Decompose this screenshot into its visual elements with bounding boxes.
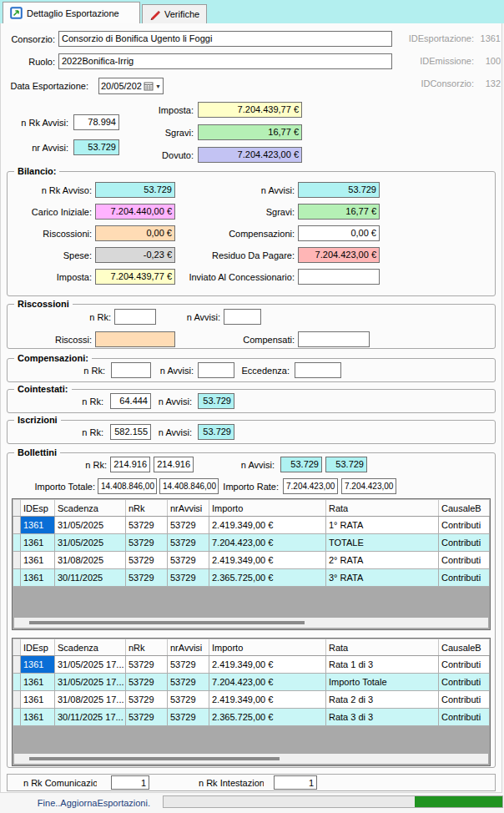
grid-cell[interactable]: 53729 (168, 569, 209, 587)
riscossi-field[interactable] (95, 331, 175, 347)
n-rk-avvisi-field[interactable]: 78.994 (73, 114, 119, 130)
grid-cell[interactable]: 2.365.725,00 € (209, 569, 326, 587)
grid-cell[interactable]: Contributi (439, 517, 490, 534)
grid-cell[interactable]: Rata 3 di 3 (326, 709, 439, 726)
grid-cell[interactable]: 2.419.349,00 € (209, 517, 326, 534)
row-header[interactable] (13, 656, 21, 674)
grid-cell[interactable]: 31/08/2025 17... (55, 691, 126, 709)
grid-cell[interactable]: 53729 (126, 674, 168, 691)
bilancio-n-rk-avviso-field[interactable]: 53.729 (95, 182, 175, 198)
grid-cell[interactable]: 53729 (168, 517, 209, 534)
grid-cell[interactable]: 53729 (126, 517, 168, 534)
row-header[interactable] (13, 569, 21, 587)
grid-column-header[interactable]: nRk (126, 639, 168, 656)
grid-column-header[interactable]: Scadenza (55, 639, 126, 656)
consorzio-input[interactable]: Consorzio di Bonifica Ugento li Foggi (58, 31, 392, 47)
residuo-da-pagare-field[interactable]: 7.204.423,00 € (298, 247, 380, 263)
grid-column-header[interactable]: nRk (126, 500, 168, 517)
grid-cell[interactable]: Contributi (439, 674, 490, 691)
grid-cell[interactable]: Contributi (439, 709, 490, 726)
grid-cell[interactable]: TOTALE (326, 534, 439, 552)
tab-verifiche[interactable]: Verifiche (142, 4, 207, 23)
grid-column-header[interactable]: IDEsp (21, 500, 55, 517)
cointestati-n-avvisi-field[interactable]: 53.729 (198, 393, 234, 409)
grid-column-header[interactable]: Importo (209, 639, 326, 656)
imposta-field[interactable]: 7.204.439,77 € (198, 102, 302, 118)
carico-iniziale-field[interactable]: 7.204.440,00 € (95, 204, 175, 220)
calendar-icon[interactable] (144, 81, 154, 91)
grid-cell[interactable]: Importo Totale (326, 674, 439, 691)
grid-column-header[interactable]: Rata (326, 639, 439, 656)
compensati-field[interactable] (298, 331, 370, 347)
grid-cell[interactable]: Contributi (439, 534, 490, 552)
grid-cell[interactable]: 53729 (168, 674, 209, 691)
grid-cell[interactable]: 53729 (168, 534, 209, 552)
grid-cell[interactable]: 7.204.423,00 € (209, 674, 326, 691)
grid-cell[interactable]: 1361 (21, 691, 55, 709)
eccedenza-field[interactable] (295, 362, 341, 378)
grid-cell[interactable]: Contributi (439, 656, 490, 674)
grid-cell[interactable]: 31/05/2025 17... (55, 674, 126, 691)
grid-cell[interactable]: 2.365.725,00 € (209, 709, 326, 726)
row-header[interactable] (13, 552, 21, 569)
grid-cell[interactable]: 2° RATA (326, 552, 439, 569)
row-header[interactable] (13, 517, 21, 534)
grid-cell[interactable]: 53729 (168, 691, 209, 709)
grid-column-header[interactable]: Importo (209, 500, 326, 517)
bollettini-n-avvisi-field-1[interactable]: 53.729 (280, 457, 322, 472)
grid-column-header[interactable]: nrAvvisi (168, 639, 209, 656)
grid-cell[interactable]: 1361 (21, 552, 55, 569)
grid-column-header[interactable]: nrAvvisi (168, 500, 209, 517)
bilancio-compensazioni-field[interactable]: 0,00 € (298, 225, 380, 241)
grid-cell[interactable]: Rata 1 di 3 (326, 656, 439, 674)
iscrizioni-n-avvisi-field[interactable]: 53.729 (198, 424, 234, 440)
grid-cell[interactable]: Rata 2 di 3 (326, 691, 439, 709)
sgravi-field[interactable]: 16,77 € (198, 124, 302, 140)
row-header[interactable] (13, 709, 21, 726)
grid-cell[interactable]: 1361 (21, 534, 55, 552)
nr-avvisi-field[interactable]: 53.729 (73, 139, 119, 155)
importo-totale-field-2[interactable]: 14.408.846,00 € (159, 478, 219, 494)
importo-rate-field-1[interactable]: 7.204.423,00 € (283, 478, 338, 494)
grid-cell[interactable]: 1361 (21, 709, 55, 726)
bollettini-n-avvisi-field-2[interactable]: 53.729 (325, 457, 367, 472)
grid-cell[interactable]: 1361 (21, 674, 55, 691)
importo-rate-field-2[interactable]: 7.204.423,00 € (341, 478, 396, 494)
tab-dettaglio-esportazione[interactable]: Dettaglio Esportazione (3, 2, 140, 23)
bilancio-imposta-field[interactable]: 7.204.439,77 € (95, 269, 175, 285)
compensazioni-n-rk-field[interactable] (111, 362, 151, 378)
scrollbar-thumb[interactable] (29, 621, 305, 624)
bilancio-riscossioni-field[interactable]: 0,00 € (95, 225, 175, 241)
cointestati-n-rk-field[interactable]: 64.444 (110, 393, 151, 409)
grid-cell[interactable]: 53729 (126, 552, 168, 569)
bollettini-n-rk-field-1[interactable]: 214.916 (110, 457, 150, 472)
grid-column-header[interactable]: Rata (326, 500, 439, 517)
horizontal-scrollbar[interactable] (14, 618, 488, 628)
grid-cell[interactable]: 2.419.349,00 € (209, 691, 326, 709)
row-header[interactable] (13, 674, 21, 691)
grid-cell[interactable]: Contributi (439, 569, 490, 587)
bilancio-n-avvisi-field[interactable]: 53.729 (298, 182, 380, 198)
grid-cell[interactable]: 53729 (126, 691, 168, 709)
grid-cell[interactable]: 2.419.349,00 € (209, 552, 326, 569)
grid-cell[interactable]: 31/05/2025 (55, 534, 126, 552)
grid-cell[interactable]: 30/11/2025 17... (55, 709, 126, 726)
grid-cell[interactable]: 53729 (168, 656, 209, 674)
compensazioni-n-avvisi-field[interactable] (198, 362, 234, 378)
ruolo-input[interactable]: 2022Bonifica-Irrig (58, 53, 392, 69)
spese-field[interactable]: -0,23 € (95, 247, 175, 263)
grid-cell[interactable]: 31/08/2025 (55, 552, 126, 569)
grid-cell[interactable]: 1361 (21, 569, 55, 587)
dovuto-field[interactable]: 7.204.423,00 € (198, 147, 302, 163)
scrollbar-thumb[interactable] (29, 757, 280, 760)
grid-column-header[interactable]: CausaleB (439, 639, 490, 656)
grid-cell[interactable]: 30/11/2025 (55, 569, 126, 587)
row-header[interactable] (13, 534, 21, 552)
grid-cell[interactable]: 53729 (126, 534, 168, 552)
inviato-al-concessionario-field[interactable] (298, 269, 380, 285)
n-rk-intestazioni-field[interactable]: 1 (274, 775, 317, 790)
data-esportazione-datepicker[interactable]: 20/05/2023 ▼ (98, 78, 164, 94)
bollettini-n-rk-field-2[interactable]: 214.916 (154, 457, 194, 472)
n-rk-comunicazioni-field[interactable]: 1 (111, 775, 149, 790)
grid-cell[interactable]: 53729 (168, 709, 209, 726)
